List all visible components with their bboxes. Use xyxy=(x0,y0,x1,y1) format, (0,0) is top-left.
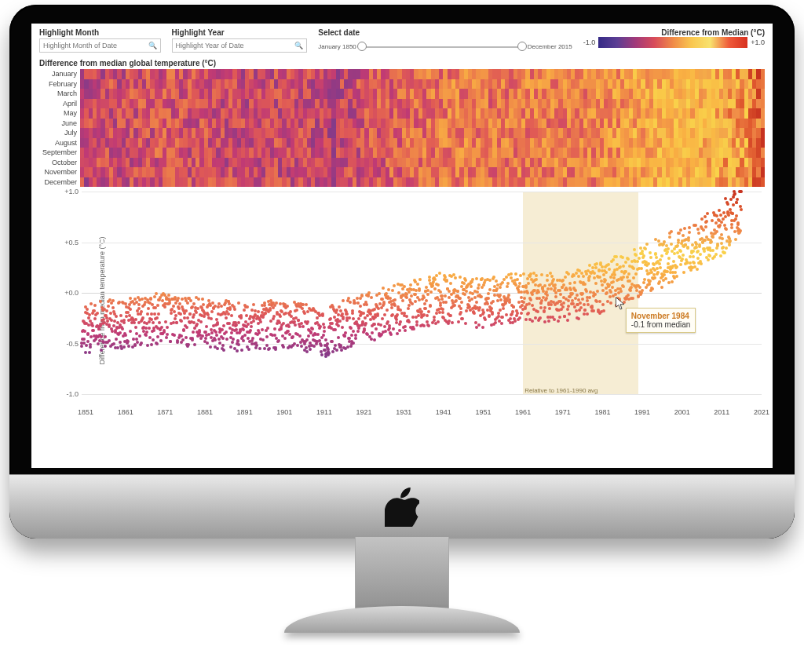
scatter-x-tick: 1851 xyxy=(78,408,93,416)
highlight-month-dropdown[interactable]: Highlight Month of Date 🔍 xyxy=(39,38,161,53)
tooltip-title: November 1984 xyxy=(631,312,691,320)
scatter-area: Difference from median temperature (°C) … xyxy=(39,192,765,410)
monitor-neck xyxy=(355,537,449,612)
slider-track xyxy=(360,46,524,48)
scatter-x-tick: 1971 xyxy=(555,408,571,416)
scatter-x-tick: 2021 xyxy=(754,408,769,416)
heatmap-month-label: April xyxy=(39,99,77,109)
heatmap-month-label: November xyxy=(39,167,77,177)
scatter-x-tick: 2011 xyxy=(714,408,729,416)
scatter-x-tick: 1921 xyxy=(356,408,372,416)
search-icon: 🔍 xyxy=(148,42,157,49)
scatter-x-tick: 1861 xyxy=(118,408,133,416)
search-icon: 🔍 xyxy=(294,42,303,49)
scatter-x-tick: 1911 xyxy=(316,408,332,416)
heatmap-month-label: September xyxy=(39,148,77,158)
scatter-x-tick: 1991 xyxy=(634,408,650,416)
monitor-chin xyxy=(9,474,795,539)
heatmap-month-label: June xyxy=(39,119,77,129)
highlight-month-control: Highlight Month Highlight Month of Date … xyxy=(39,28,161,53)
scatter-y-tick: +1.0 xyxy=(58,188,79,195)
select-date-control: Select date January 1850 December 2015 xyxy=(318,28,572,54)
heatmap-month-labels: JanuaryFebruaryMarchAprilMayJuneJulyAugu… xyxy=(39,69,80,187)
scatter-x-tick: 1941 xyxy=(436,408,451,416)
highlight-month-label: Highlight Month xyxy=(39,28,161,37)
scatter-x-tick: 1981 xyxy=(594,408,610,416)
scatter-x-tick: 1891 xyxy=(237,408,253,416)
monitor-foot xyxy=(284,606,520,633)
slider-handle-end[interactable] xyxy=(517,42,527,51)
highlight-month-placeholder: Highlight Month of Date xyxy=(43,42,117,49)
heatmap-month-label: December xyxy=(39,177,77,188)
scatter-y-tick: +0.5 xyxy=(58,239,79,247)
heatmap-month-label: May xyxy=(39,108,77,119)
legend-max: +1.0 xyxy=(751,38,765,46)
heatmap-month-label: July xyxy=(39,128,77,138)
highlight-year-placeholder: Highlight Year of Date xyxy=(176,42,244,49)
scatter-x-tick: 2001 xyxy=(674,408,690,416)
dashboard: Highlight Month Highlight Month of Date … xyxy=(31,24,773,468)
heatmap-month-label: October xyxy=(39,158,77,168)
heatmap-month-label: March xyxy=(39,89,77,99)
legend-gradient-bar xyxy=(598,37,747,48)
controls-row: Highlight Month Highlight Month of Date … xyxy=(39,28,765,54)
scatter-x-tick: 1871 xyxy=(157,408,173,416)
highlight-year-label: Highlight Year xyxy=(172,28,308,37)
scatter-x-tick: 1901 xyxy=(276,408,292,416)
stage: Highlight Month Highlight Month of Date … xyxy=(0,0,804,672)
scatter-x-tick: 1961 xyxy=(515,408,531,416)
slider-handle-start[interactable] xyxy=(357,42,367,51)
scatter-x-tick: 1881 xyxy=(197,408,213,416)
heatmap-title: Difference from median global temperatur… xyxy=(39,59,765,68)
scatter-y-tick: +0.0 xyxy=(58,289,79,297)
heatmap-month-label: January xyxy=(39,69,77,79)
highlight-year-control: Highlight Year Highlight Year of Date 🔍 xyxy=(172,28,308,53)
color-legend: Difference from Median (°C) -1.0 +1.0 xyxy=(583,28,765,48)
scatter-x-tick: 1951 xyxy=(475,408,491,416)
scatter-x-tick: 1931 xyxy=(396,408,411,416)
select-date-end: December 2015 xyxy=(528,43,572,50)
tooltip: November 1984 -0.1 from median xyxy=(626,308,696,333)
highlight-year-dropdown[interactable]: Highlight Year of Date 🔍 xyxy=(172,38,308,53)
dashboard-screen: Highlight Month Highlight Month of Date … xyxy=(31,24,773,468)
date-range-slider[interactable] xyxy=(360,38,524,54)
heatmap-area: JanuaryFebruaryMarchAprilMayJuneJulyAugu… xyxy=(39,69,765,187)
scatter-y-tick: -1.0 xyxy=(58,390,79,398)
select-date-start: January 1850 xyxy=(318,43,356,50)
heatmap-month-label: February xyxy=(39,79,77,89)
heatmap-chart[interactable] xyxy=(80,69,765,187)
heatmap-month-label: August xyxy=(39,138,77,148)
legend-min: -1.0 xyxy=(583,38,596,46)
apple-logo-icon xyxy=(385,488,419,527)
select-date-label: Select date xyxy=(318,28,572,37)
scatter-chart[interactable]: Relative to 1961-1990 avg +1.0+0.5+0.0-0… xyxy=(82,192,762,394)
legend-title: Difference from Median (°C) xyxy=(583,28,765,37)
tooltip-body: -0.1 from median xyxy=(631,320,691,329)
monitor-frame: Highlight Month Highlight Month of Date … xyxy=(9,5,795,539)
scatter-y-tick: -0.5 xyxy=(58,340,79,348)
reference-band-label: Relative to 1961-1990 avg xyxy=(524,387,598,394)
